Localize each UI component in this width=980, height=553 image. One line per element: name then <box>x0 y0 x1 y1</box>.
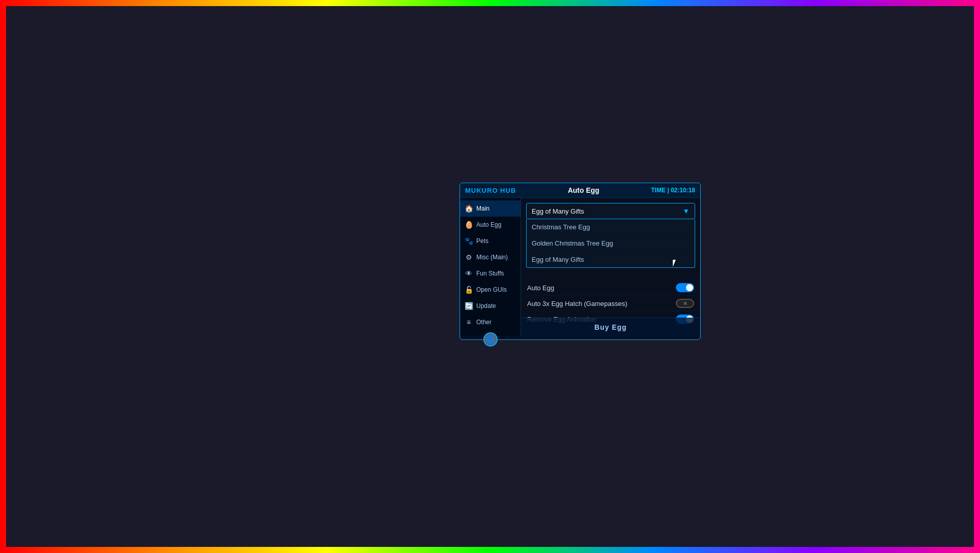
ae-sidebar-main[interactable]: 🏠 Main <box>460 200 520 217</box>
title-simulator: SIMULATOR <box>332 10 737 86</box>
panel-auto-egg-header: MUKURO HUB Auto Egg TIME | 02:10:18 <box>460 183 700 198</box>
auto-collect-toggle[interactable] <box>625 151 643 160</box>
coin <box>350 441 360 451</box>
bottom-christmas: CHRISTMAS <box>242 479 587 542</box>
buy-egg-button[interactable]: Buy Egg <box>521 318 700 336</box>
coin <box>188 442 197 452</box>
bottom-pastebin: PASTEBIN <box>761 494 975 539</box>
bottom-update: UPDATE <box>5 479 240 542</box>
snowflake: ❄ <box>223 162 234 177</box>
sidebar-main-update-label: Update <box>428 236 448 244</box>
home-icon: 🏠 <box>416 138 425 147</box>
ae-sidebar-misc-label: Misc (Main) <box>476 254 508 261</box>
ae-open-guis-icon: 🔓 <box>464 285 473 294</box>
sidebar-main-main-label: Main <box>428 139 441 146</box>
coin <box>228 445 238 454</box>
gift-box <box>244 401 284 441</box>
sidebar-main-open-guis-label: Open GUIs <box>428 220 459 227</box>
auto-3x-toggle-row: Auto 3x Egg Hatch (Gamepasses) ✕ <box>526 296 695 312</box>
dropdown-arrow-icon: ▼ <box>682 207 690 215</box>
pets-icon: 🐾 <box>416 170 425 180</box>
auto-3x-toggle[interactable]: ✕ <box>676 299 694 308</box>
collect-lootbag-label: Collect Lootbag <box>479 167 525 175</box>
coin <box>340 428 349 437</box>
coin <box>269 442 278 452</box>
egg-dropdown-selected: Egg of Many Gifts <box>532 208 584 215</box>
snowflake: ❄ <box>102 107 112 121</box>
egg-dropdown-container: Egg of Many Gifts ▼ Christmas Tree Egg G… <box>526 203 695 219</box>
title-x: X <box>739 10 785 86</box>
bottom-text-container: UPDATE CHRISTMAS SCRIPT PASTEBIN <box>0 478 980 543</box>
egg-option-christmas-tree[interactable]: Christmas Tree Egg <box>527 219 695 235</box>
ae-sidebar-open-guis[interactable]: 🔓 Open GUIs <box>460 282 520 298</box>
coin <box>371 445 380 455</box>
sidebar-main-main[interactable]: 🏠 Main <box>412 134 472 151</box>
sidebar-main-fun-label: Fun Stuffs <box>428 204 455 211</box>
auto-egg-toggle-knob <box>686 284 693 291</box>
player-head <box>302 378 328 403</box>
panel-auto-egg-content: Egg of Many Gifts ▼ Christmas Tree Egg G… <box>521 198 700 336</box>
sidebar-main-auto-egg-label: Auto Egg <box>428 155 453 162</box>
sidebar-main-other-label: Other <box>428 253 443 260</box>
sidebar-main-pets-label: Pets <box>428 171 440 179</box>
egg-option-golden-christmas-tree[interactable]: Golden Christmas Tree Egg <box>527 235 695 252</box>
ae-sidebar-update-label: Update <box>476 302 496 309</box>
ae-sidebar-open-guis-label: Open GUIs <box>476 286 507 293</box>
ae-egg-icon: 🥚 <box>464 220 473 229</box>
snowflake: ❄ <box>355 122 366 136</box>
snowflake: ❄ <box>66 142 76 156</box>
ae-sidebar-pets-label: Pets <box>476 237 488 245</box>
bottom-script: SCRIPT <box>600 494 758 539</box>
auto-egg-toggle-row: Auto Egg <box>526 280 695 296</box>
panel-auto-egg: MUKURO HUB Auto Egg TIME | 02:10:18 🏠 Ma… <box>460 183 701 340</box>
ae-sidebar-other-label: Other <box>476 319 492 326</box>
coin <box>198 427 207 436</box>
ae-sidebar-avatar: 👤 <box>483 332 498 347</box>
panel-main-header: MUKURO HUB Main TIME | 02:10:09 <box>412 117 649 132</box>
sidebar-main-pets[interactable]: 🐾 Pets <box>412 167 472 183</box>
panel-auto-egg-body: 🏠 Main 🥚 Auto Egg 🐾 Pets ⚙ Misc (Main) 👁 <box>460 198 700 336</box>
ae-sidebar-other[interactable]: ≡ Other <box>460 314 520 330</box>
egg-dropdown-list: Christmas Tree Egg Golden Christmas Tree… <box>526 219 695 268</box>
panel-auto-egg-hub-name: MUKURO HUB <box>465 187 516 194</box>
open-guis-icon: 🔓 <box>416 219 425 228</box>
collect-lootbag-row: Collect Lootbag <box>478 164 644 178</box>
gift-ribbon-vertical <box>260 401 266 441</box>
auto-3x-toggle-label: Auto 3x Egg Hatch (Gamepasses) <box>527 300 627 307</box>
snowflake: ❄ <box>264 193 274 207</box>
update-icon: 🔄 <box>416 235 425 245</box>
ae-fun-icon: 👁 <box>464 269 473 278</box>
ae-sidebar-pets[interactable]: 🐾 Pets <box>460 233 520 249</box>
sidebar-avatar: 👤 <box>435 266 449 281</box>
ae-misc-icon: ⚙ <box>464 253 473 262</box>
coin <box>208 437 217 446</box>
auto-egg-toggle[interactable] <box>676 283 694 292</box>
ae-sidebar-update[interactable]: 🔄 Update <box>460 298 520 314</box>
ae-other-icon: ≡ <box>464 318 473 327</box>
egg-option-egg-of-many-gifts[interactable]: Egg of Many Gifts <box>527 252 695 267</box>
ae-sidebar-auto-egg[interactable]: 🥚 Auto Egg <box>460 217 520 233</box>
egg-dropdown[interactable]: Egg of Many Gifts ▼ <box>526 203 695 219</box>
client-value: Fps : 60 Ping : 97.3381 (33%CV) <box>500 137 590 144</box>
gift-box-body <box>244 401 284 441</box>
coin <box>218 425 227 434</box>
client-label: Client: <box>478 137 495 144</box>
santa-hat-ball <box>94 256 107 269</box>
sidebar-main-misc-label: Misc (Main) <box>428 188 460 195</box>
auto-collect-row: AutoCollect <box>478 148 644 164</box>
title-pet: PET <box>195 10 330 86</box>
egg-icon: 🥚 <box>416 154 425 163</box>
player-character <box>295 386 335 457</box>
panel-auto-egg-time: TIME | 02:10:18 <box>651 187 695 194</box>
auto-collect-label: AutoCollect <box>479 152 512 160</box>
client-info-bar: Client: Fps : 60 Ping : 97.3381 (33%CV) <box>478 137 644 144</box>
sidebar-main-auto-egg[interactable]: 🥚 Auto Egg <box>412 151 472 167</box>
ae-sidebar-fun[interactable]: 👁 Fun Stuffs <box>460 265 520 282</box>
auto-egg-toggle-label: Auto Egg <box>527 284 554 292</box>
ae-update-icon: 🔄 <box>464 301 473 310</box>
ae-sidebar-auto-egg-label: Auto Egg <box>476 221 501 228</box>
ae-home-icon: 🏠 <box>464 204 473 213</box>
other-icon: ≡ <box>416 252 425 261</box>
ae-sidebar-misc[interactable]: ⚙ Misc (Main) <box>460 249 520 265</box>
panel-main-time: TIME | 02:10:09 <box>600 121 644 128</box>
